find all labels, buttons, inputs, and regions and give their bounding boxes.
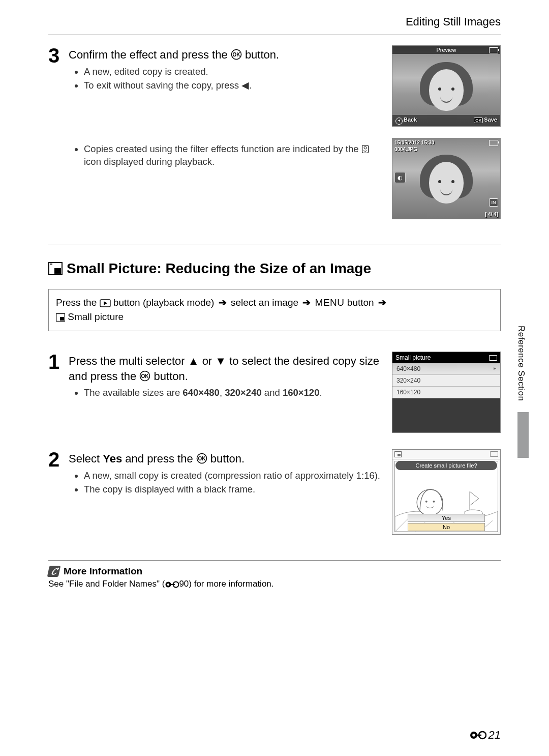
svg-text:OK: OK: [232, 52, 240, 57]
ok-button-icon: OK: [231, 49, 242, 60]
dialog-yes[interactable]: Yes: [408, 514, 485, 522]
size-menu-lcd: Small picture 640×480▸ 320×240 160×120: [392, 352, 501, 433]
side-tab-marker: [517, 412, 529, 458]
step3-bullets-b: Copies created using the filter effects …: [69, 143, 382, 168]
dialog-prompt: Create small picture file?: [395, 461, 497, 470]
section-title: Small Picture: Reducing the Size of an I…: [48, 260, 501, 277]
small-picture-icon: [56, 313, 65, 322]
playback-file: 0004.JPG: [394, 147, 417, 152]
svg-point-3: [364, 147, 367, 149]
step3-instruction: Confirm the effect and press the OK butt…: [69, 47, 382, 63]
menu-row[interactable]: 320×240: [392, 375, 500, 387]
more-info-text: See "File and Folder Names" (90) for mor…: [48, 579, 501, 589]
battery-icon: [489, 355, 497, 361]
small-picture-icon: [48, 262, 63, 275]
step3-bullets-a: A new, edited copy is created. To exit w…: [69, 66, 382, 92]
side-tab-label: Reference Section: [516, 326, 526, 401]
battery-icon: [490, 451, 498, 457]
svg-rect-6: [50, 264, 52, 265]
svg-text:OK: OK: [198, 456, 206, 461]
top-rule: [48, 35, 501, 35]
small-picture-icon: [394, 451, 402, 457]
bullet: To exit without saving the copy, press ◀…: [84, 79, 382, 92]
filter-badge-icon: ◐: [394, 172, 406, 183]
note-icon: 𝓒: [47, 566, 61, 577]
ok-button-icon: OK: [139, 370, 150, 382]
svg-point-20: [167, 584, 169, 586]
step1-instruction: Press the multi selector ▲ or ▼ to selec…: [69, 354, 382, 384]
step3-text-b: button.: [242, 48, 279, 61]
ok-button-icon: OK: [196, 453, 207, 464]
playback-counter: [ 4/ 4]: [485, 212, 498, 217]
menu-row[interactable]: 640×480▸: [392, 363, 500, 375]
step1-bullets: The available sizes are 640×480, 320×240…: [69, 387, 382, 399]
bullets-b-suffix: icon displayed during playback.: [84, 156, 215, 167]
svg-text:OK: OK: [141, 373, 149, 379]
page-footer: 21: [469, 729, 501, 742]
back-label: ◂Back: [395, 117, 417, 125]
svg-rect-5: [54, 268, 61, 274]
step2-bullets: A new, small copy is created (compressio…: [69, 470, 382, 496]
menu-row[interactable]: 160×120: [392, 387, 500, 398]
memory-in-icon: IN: [489, 198, 498, 207]
filter-icon: [361, 144, 369, 154]
menu-title: Small picture: [395, 354, 431, 361]
svg-point-17: [425, 501, 428, 503]
step3-text-a: Confirm the effect and press the: [69, 48, 231, 61]
confirm-dialog-lcd: Create small picture file? Yes No: [392, 449, 501, 535]
step2-instruction: Select Yes and press the OK button.: [69, 451, 382, 467]
note-rule: [48, 560, 501, 561]
bullet: A new, small copy is created (compressio…: [84, 470, 382, 482]
more-info-heading: 𝓒 More Information: [48, 566, 501, 577]
page-header: Editing Still Images: [48, 15, 501, 28]
bullets-b-prefix: Copies created using the filter effects …: [84, 143, 361, 154]
dialog-no[interactable]: No: [408, 523, 485, 531]
save-label: OKSave: [474, 117, 497, 125]
bullet: The copy is displayed with a black frame…: [84, 483, 382, 496]
navigation-path: Press the button (playback mode) ➔ selec…: [48, 289, 501, 331]
playback-date: 15/05/2012 15:30: [394, 140, 434, 146]
ref-link-icon: [165, 581, 179, 588]
playback-button-icon: [100, 299, 111, 307]
svg-point-23: [472, 734, 475, 737]
svg-rect-9: [60, 317, 64, 321]
preview-lcd: Preview ◂Back OKSave: [392, 45, 501, 127]
section-rule: [48, 245, 501, 245]
ref-link-icon: [469, 731, 486, 740]
battery-icon: [489, 140, 498, 146]
bullet: A new, edited copy is created.: [84, 66, 382, 78]
step3-number: 3: [48, 45, 69, 66]
svg-rect-15: [398, 454, 401, 456]
battery-icon: [489, 47, 498, 53]
step2-number: 2: [48, 449, 69, 470]
svg-point-18: [433, 501, 435, 503]
bullet: The available sizes are 640×480, 320×240…: [84, 387, 382, 399]
preview-title: Preview: [436, 47, 456, 53]
bullet: Copies created using the filter effects …: [84, 143, 382, 168]
step1-number: 1: [48, 352, 69, 372]
playback-lcd: 15/05/2012 15:30 0004.JPG ◐ IN [ 4/ 4]: [392, 138, 501, 219]
